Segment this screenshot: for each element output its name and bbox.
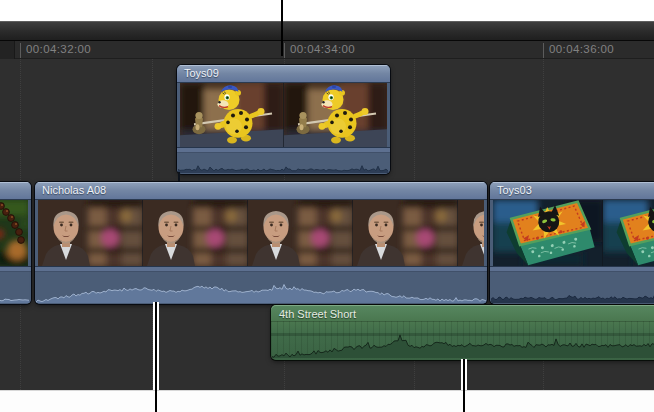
clip-audio-section xyxy=(35,266,487,304)
audio-waveform xyxy=(36,273,486,303)
audio-waveform xyxy=(272,328,654,358)
clip-title: Toys09 xyxy=(177,65,390,83)
callout-line-right xyxy=(461,359,467,390)
callout-line-top xyxy=(281,0,283,56)
clip-toys03[interactable]: Toys03 xyxy=(490,182,654,304)
video-thumbnails xyxy=(180,83,387,147)
clip-audio-section xyxy=(490,266,654,304)
ruler-left-cap xyxy=(0,41,15,59)
timecode-label: 00:04:36:00 xyxy=(549,43,614,55)
video-thumbnail-interview xyxy=(458,200,484,266)
ruler-tick xyxy=(20,43,21,58)
video-thumbnail-interview xyxy=(143,200,248,266)
video-thumbnail-toy xyxy=(180,83,284,147)
timeline-ruler[interactable]: 00:04:32:00 00:04:34:00 00:04:36:00 xyxy=(0,41,654,59)
video-thumbnail-catbox xyxy=(603,200,654,266)
clip-title: Nicholas A08 xyxy=(35,182,487,200)
clip-title: 4th Street Short xyxy=(279,308,356,320)
clip-4th-street-short[interactable]: 4th Street Short xyxy=(271,305,654,360)
audio-waveform xyxy=(0,273,30,303)
clip-toys09[interactable]: Toys09 xyxy=(177,65,390,174)
callout-line-left-tail xyxy=(155,390,157,412)
page-margin-bottom xyxy=(0,390,654,412)
clip-left-partial[interactable] xyxy=(0,182,31,304)
clip-nicholas-a08[interactable]: Nicholas A08 xyxy=(35,182,487,304)
video-thumbnail-catbox xyxy=(493,200,603,266)
audio-band xyxy=(177,148,390,153)
video-thumbnail-interview xyxy=(38,200,143,266)
audio-waveform xyxy=(178,154,389,173)
timecode-label: 00:04:32:00 xyxy=(26,43,91,55)
timecode-label: 00:04:34:00 xyxy=(290,43,355,55)
clip-title xyxy=(0,182,31,200)
audio-band xyxy=(0,267,31,272)
video-thumbnails xyxy=(493,200,654,266)
audio-band xyxy=(35,267,487,272)
callout-line-right-tail xyxy=(463,390,465,412)
audio-band xyxy=(490,267,654,272)
video-thumbnail-interview xyxy=(353,200,458,266)
ruler-tick xyxy=(543,43,544,58)
ruler-tick xyxy=(284,43,285,58)
video-thumbnail-beads xyxy=(0,200,28,266)
video-thumbnail-interview xyxy=(248,200,353,266)
clip-title: Toys03 xyxy=(490,182,654,200)
video-thumbnails xyxy=(38,200,484,266)
video-thumbnails xyxy=(0,200,28,266)
callout-line-left xyxy=(153,302,159,390)
clip-audio-section xyxy=(0,266,31,304)
fcp-timeline-screenshot: 00:04:32:00 00:04:34:00 00:04:36:00 Toys… xyxy=(0,0,654,412)
timeline-toolbar xyxy=(0,21,654,41)
clip-audio-section xyxy=(177,147,390,174)
audio-waveform xyxy=(491,273,654,303)
video-thumbnail-toy xyxy=(284,83,387,147)
